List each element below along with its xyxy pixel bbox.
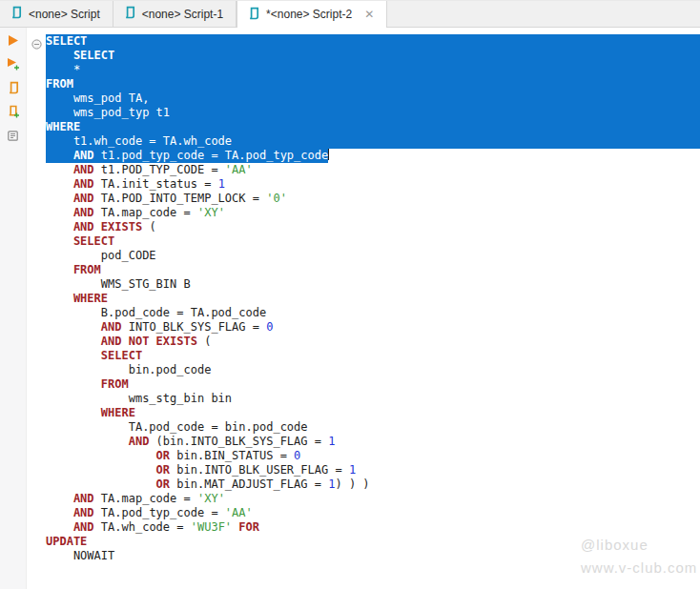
code-line[interactable]: SELECT (46, 49, 700, 63)
code-line[interactable]: WHERE (46, 292, 700, 306)
script-new-icon[interactable] (6, 105, 21, 118)
code-line[interactable]: AND t1.POD_TYP_CODE = 'AA' (46, 163, 700, 177)
tab-bar: <none> Script <none> Script-1 *<none> Sc… (0, 1, 700, 28)
code-line[interactable]: B.pod_code = TA.pod_code (46, 306, 700, 320)
code-line[interactable]: t1.wh_code = TA.wh_code (46, 134, 700, 149)
code-line[interactable]: WHERE (46, 120, 700, 134)
code-line[interactable]: AND TA.pod_typ_code = 'AA' (46, 506, 700, 520)
execute-new-icon[interactable] (6, 57, 21, 71)
tab-bar-filler (387, 1, 700, 27)
text-caret (328, 149, 329, 160)
tab-label: *<none> Script-2 (266, 8, 352, 21)
tab-script-1[interactable]: <none> Script-1 (113, 1, 237, 27)
code-line[interactable]: wms_stg_bin bin (46, 392, 700, 406)
sql-editor-window: <none> Script <none> Script-1 *<none> Sc… (0, 0, 700, 589)
code-line[interactable]: AND INTO_BLK_SYS_FLAG = 0 (46, 320, 700, 335)
code-line[interactable]: * (46, 63, 700, 77)
tab-script[interactable]: <none> Script (0, 1, 113, 27)
fold-collapse-icon[interactable] (31, 36, 42, 47)
code-line[interactable]: AND TA.map_code = 'XY' (46, 206, 700, 220)
code-line[interactable]: AND TA.map_code = 'XY' (46, 492, 700, 506)
execute-icon[interactable] (6, 33, 21, 47)
code-line[interactable]: OR bin.INTO_BLK_USER_FLAG = 1 (46, 463, 700, 477)
code-line[interactable]: NOWAIT (46, 549, 700, 563)
code-line[interactable]: wms_pod TA, (46, 91, 700, 106)
code-line[interactable]: WMS_STG_BIN B (46, 277, 700, 292)
script-tab-icon (247, 7, 260, 23)
code-line[interactable]: FROM (46, 263, 700, 277)
code-line[interactable]: wms_pod_typ t1 (46, 106, 700, 120)
code-line[interactable]: pod_CODE (46, 249, 700, 263)
log-icon[interactable] (6, 129, 21, 142)
code-line[interactable]: AND (bin.INTO_BLK_SYS_FLAG = 1 (46, 435, 700, 449)
code-line[interactable]: WHERE (46, 406, 700, 420)
tab-script-2-active[interactable]: *<none> Script-2 ✕ (237, 1, 387, 28)
code-line[interactable]: AND t1.pod_typ_code = TA.pod_typ_code (46, 149, 700, 163)
code-line[interactable]: bin.pod_code (46, 363, 700, 377)
code-line[interactable]: UPDATE (46, 535, 700, 549)
code-line[interactable]: AND NOT EXISTS ( (46, 335, 700, 349)
tab-label: <none> Script (29, 8, 100, 21)
script-icon[interactable] (6, 81, 21, 94)
code-line[interactable]: AND TA.wh_code = 'WU3F' FOR (46, 520, 700, 535)
tab-label: <none> Script-1 (142, 8, 223, 21)
main-area: SELECTSELECT*FROMwms_pod TA,wms_pod_typ … (0, 28, 700, 589)
code-line[interactable]: SELECT (46, 349, 700, 363)
code-editor[interactable]: SELECTSELECT*FROMwms_pod TA,wms_pod_typ … (27, 28, 700, 589)
code-line[interactable]: AND TA.init_status = 1 (46, 177, 700, 192)
tab-close-icon[interactable]: ✕ (364, 9, 374, 20)
code-line[interactable]: OR bin.MAT_ADJUST_FLAG = 1) ) ) (46, 477, 700, 492)
left-toolbar (0, 28, 27, 589)
code-line[interactable]: FROM (46, 77, 700, 91)
script-tab-icon (10, 6, 23, 22)
code-line[interactable]: OR bin.BIN_STATUS = 0 (46, 449, 700, 463)
sql-code[interactable]: SELECTSELECT*FROMwms_pod TA,wms_pod_typ … (46, 34, 700, 563)
script-tab-icon (123, 6, 136, 22)
code-line[interactable]: AND EXISTS ( (46, 220, 700, 234)
code-line[interactable]: SELECT (46, 34, 700, 49)
code-line[interactable]: SELECT (46, 234, 700, 249)
code-line[interactable]: AND TA.POD_INTO_TEMP_LOCK = '0' (46, 192, 700, 206)
code-line[interactable]: FROM (46, 377, 700, 392)
code-line[interactable]: TA.pod_code = bin.pod_code (46, 420, 700, 435)
